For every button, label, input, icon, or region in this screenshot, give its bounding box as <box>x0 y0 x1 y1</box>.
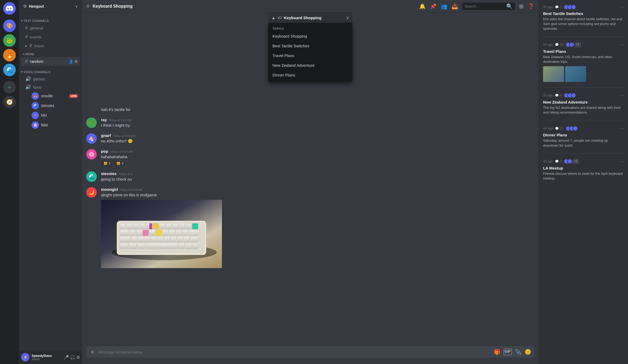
message-author[interactable]: gnarf <box>101 133 111 138</box>
svg-rect-18 <box>136 230 142 236</box>
hash-icon: # <box>25 34 28 40</box>
message: 🦄 gnarf Today at 9:18 AM no 40% ortho? 😊 <box>86 133 534 144</box>
voice-channel-kpop[interactable]: 🔊 kpop <box>21 83 80 91</box>
add-file-icon[interactable]: ＋ <box>89 348 95 356</box>
gift-icon[interactable]: 🎁 <box>494 349 500 355</box>
server-icon-3[interactable]: 🔥 <box>3 49 16 61</box>
ellipsis-button[interactable]: ··· <box>620 42 624 48</box>
thread-title[interactable]: New Zealand Adventure <box>543 100 624 104</box>
server-name-bar[interactable]: ⚙ Hangout ∨ <box>19 0 82 13</box>
svg-rect-10 <box>159 223 165 229</box>
search-input[interactable] <box>464 4 504 8</box>
thread-title[interactable]: Dinner Plans <box>543 133 624 137</box>
topic-item-nz-adventure[interactable]: New Zealand Adventure <box>268 60 352 70</box>
thread-title[interactable]: LA Meetup <box>543 166 624 170</box>
server-icon-4[interactable]: 🌊 <box>3 64 16 76</box>
message-content: gnarf Today at 9:18 AM no 40% ortho? 😊 <box>101 133 534 144</box>
server-icon-1[interactable]: 🎨 <box>3 19 16 32</box>
message-avatar[interactable]: 🌿 <box>86 117 97 128</box>
svg-rect-37 <box>190 237 198 242</box>
meta-icons: 💬 7 <box>555 160 562 163</box>
thread-item-travel-plans: 2d ago 💬 20 N C +1 ··· Travel Plans New … <box>543 42 624 88</box>
message-timestamp: Today at 9:18 AM <box>109 119 131 122</box>
voice-member-hihi[interactable]: 👾 hihi <box>21 111 80 120</box>
message-content: pop Today at 9:18 AM hahahahahaha 🐱 3 🐱 … <box>101 149 534 166</box>
channel-item-random[interactable]: # random 👤 ⚙ <box>21 57 80 66</box>
sticker-icon[interactable]: 📎 <box>515 349 521 355</box>
topic-item-dinner-plans[interactable]: Dinner Plans <box>268 70 352 80</box>
settings-icon[interactable]: ⚙ <box>76 355 80 360</box>
message-avatar[interactable]: 🌙 <box>86 187 97 198</box>
message-header: pop Today at 9:18 AM <box>101 149 534 153</box>
svg-rect-30 <box>144 237 150 242</box>
channel-item-travel[interactable]: ▶ # travel <box>21 42 80 50</box>
meta-icons: 💬 21 <box>555 127 563 130</box>
reaction-1[interactable]: 🐱 3 <box>101 161 113 166</box>
ellipsis-button[interactable]: ··· <box>620 93 624 98</box>
voice-channel-games[interactable]: 🔊 games <box>21 75 80 83</box>
topic-item-best-tactile[interactable]: Best Tactile Switches <box>268 41 352 51</box>
topic-bar[interactable]: ▲ 🏷 Keyboard Shopping ∨ <box>268 13 352 23</box>
members-icon[interactable]: 👥 <box>441 3 447 9</box>
server-icon-home[interactable] <box>3 2 16 15</box>
headset-icon[interactable]: 🎧 <box>70 355 75 360</box>
more-section-header[interactable]: ▾ MORE <box>19 50 82 57</box>
message-input[interactable] <box>98 350 491 354</box>
avatar-stack: N C +1 <box>564 159 579 164</box>
chevron-down-icon[interactable]: ∨ <box>346 15 349 20</box>
voice-member-stevsies[interactable]: 🌊 stevsies <box>21 101 80 110</box>
ellipsis-button[interactable]: ··· <box>620 126 624 131</box>
search-icon[interactable]: 🔍 <box>506 3 513 9</box>
microphone-icon[interactable]: 🎤 <box>64 355 69 360</box>
ellipsis-button[interactable]: ··· <box>620 159 624 164</box>
channel-title: Keyboard Shopping <box>93 4 133 9</box>
thread-title[interactable]: Travel Plans <box>543 49 624 54</box>
voice-channels-header[interactable]: ▾ Voice Channels <box>19 66 82 75</box>
layout-icon[interactable]: ⊞ <box>519 3 524 9</box>
topic-item-keyboard-shopping[interactable]: Keyboard Shopping <box>268 31 352 41</box>
message-avatar[interactable]: 🌸 <box>86 149 97 160</box>
server-icon-2[interactable]: 🐸 <box>3 34 16 47</box>
message-text: I think I might try <box>101 122 534 128</box>
svg-rect-13 <box>179 223 185 229</box>
more-label-text: MORE <box>26 53 34 56</box>
inbox-icon[interactable]: 📥 <box>452 3 458 9</box>
reply-icon: 💬 <box>555 127 559 130</box>
message-author[interactable]: pop <box>101 149 108 153</box>
keyboard-image-inner <box>101 200 222 268</box>
add-user-icon[interactable]: 👤 <box>69 59 73 64</box>
explore-button[interactable]: 🧭 <box>3 96 16 108</box>
thread-image-1 <box>543 66 564 82</box>
message-author[interactable]: moongirl <box>101 187 118 192</box>
message: 🌸 pop Today at 9:18 AM hahahahahaha 🐱 3 … <box>86 148 534 167</box>
add-server-button[interactable]: + <box>3 81 16 94</box>
message: 🌿 ray Today at 9:18 AM I think I might t… <box>86 117 534 129</box>
emoji-icon[interactable]: 😊 <box>525 349 531 355</box>
voice-member-oroville[interactable]: 🦊 oroville LIVE <box>21 91 80 101</box>
message-avatar[interactable]: 🌊 <box>86 171 97 182</box>
text-channels-header[interactable]: ▾ TEXT CHANNELS <box>19 15 82 23</box>
collapse-icon[interactable]: ▲ <box>271 16 276 20</box>
svg-rect-29 <box>138 237 144 242</box>
member-name: oroville <box>41 94 67 98</box>
gif-icon[interactable]: GIF <box>504 349 512 355</box>
message-text: hahahahahaha <box>101 154 534 160</box>
topic-item-travel-plans[interactable]: Travel Plans <box>268 51 352 60</box>
meta-icons: 💬 7 <box>555 5 562 9</box>
svg-rect-27 <box>120 237 130 242</box>
svg-rect-33 <box>164 237 170 242</box>
reaction-2[interactable]: 🐱 3 <box>114 161 126 166</box>
message-author[interactable]: stevsies <box>101 171 117 176</box>
thread-title[interactable]: Best Tactile Switches <box>543 11 624 16</box>
ellipsis-button[interactable]: ··· <box>620 4 624 10</box>
pin-icon[interactable]: 📌 <box>430 3 437 9</box>
message-avatar[interactable]: 🦄 <box>86 133 97 144</box>
svg-rect-39 <box>129 243 136 249</box>
settings-icon[interactable]: ⚙ <box>74 59 78 64</box>
voice-member-fiiiiiii[interactable]: 🌸 fiiiiiii <box>21 120 80 130</box>
message-author[interactable]: ray <box>101 117 107 122</box>
help-icon[interactable]: ❓ <box>528 3 534 9</box>
channel-item-events[interactable]: # events <box>21 33 80 41</box>
channel-item-general[interactable]: # general <box>21 24 80 32</box>
notification-bell-icon[interactable]: 🔔 <box>419 3 426 9</box>
